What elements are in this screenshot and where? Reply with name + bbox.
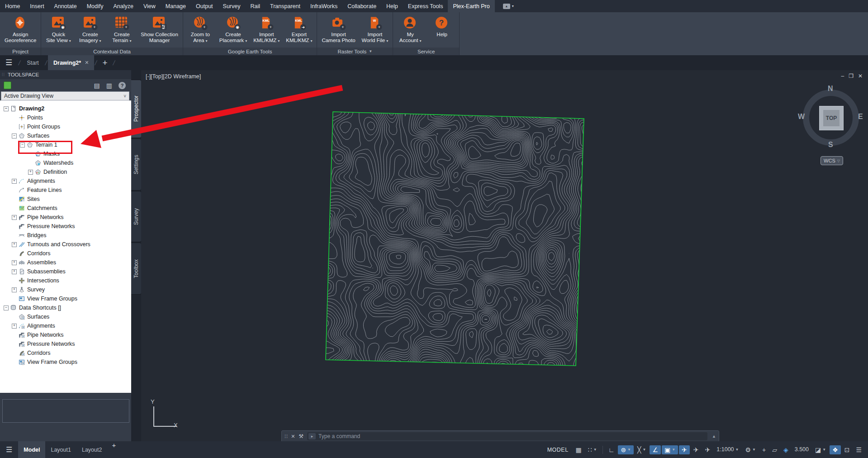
expand-icon[interactable]: +	[12, 242, 17, 247]
ribbon-tab-modify[interactable]: Modify	[82, 0, 109, 12]
terrain-surface-drawing[interactable]	[141, 70, 868, 441]
ribbon-tab-rail[interactable]: Rail	[245, 0, 265, 12]
tree-item-subassemblies[interactable]: +Subassemblies	[0, 267, 131, 276]
collapse-icon[interactable]: −	[4, 106, 9, 111]
model-space-badge[interactable]: MODEL	[544, 445, 572, 455]
tree-item-turnouts-and-crossovers[interactable]: +Turnouts and Crossovers	[0, 240, 131, 249]
viewport-controls-label[interactable]: [-][Top][2D Wireframe]	[146, 73, 201, 80]
ribbon-tab-help[interactable]: Help	[381, 0, 403, 12]
import-camera-photo-button[interactable]: +ImportCamera Photo	[318, 13, 358, 48]
ribbon-tab-transparent[interactable]: Transparent	[265, 0, 305, 12]
drawing-canvas[interactable]: [-][Top][2D Wireframe] – ❐ ✕ N S W E TOP…	[141, 70, 868, 441]
tree-item-surfaces[interactable]: −Surfaces	[0, 131, 131, 140]
minimize-icon[interactable]: –	[841, 73, 844, 79]
status-snap-mode[interactable]: ∷▼	[585, 445, 600, 454]
help-icon[interactable]: ?	[119, 82, 126, 89]
tree-item-points[interactable]: Points	[0, 113, 131, 122]
status-clean-screen[interactable]: ⊡	[842, 445, 853, 454]
expand-icon[interactable]: +	[12, 324, 17, 329]
tree-item-bridges[interactable]: Bridges	[0, 231, 131, 240]
expand-icon[interactable]: +	[12, 260, 17, 265]
command-close-icon[interactable]: ✕	[291, 434, 295, 439]
expand-icon[interactable]: +	[28, 170, 33, 175]
tree-item-point-groups[interactable]: Point Groups	[0, 122, 131, 131]
status-object-snap[interactable]: ▣▼	[662, 445, 678, 454]
ribbon-tab-plex-earth-pro[interactable]: Plex-Earth Pro	[448, 0, 494, 12]
command-grip-icon[interactable]: ⁞⁞	[285, 434, 288, 439]
ribbon-tab-view[interactable]: View	[138, 0, 161, 12]
tree-item-surfaces[interactable]: Surfaces	[0, 312, 131, 321]
import-world-file-button[interactable]: W+ImportWorld File▾	[359, 13, 392, 48]
layout-tab-layout1[interactable]: Layout1	[45, 441, 76, 458]
toolspace-header[interactable]: ⁞⁞ TOOLSPACE	[0, 70, 131, 79]
ribbon-tab-annotate[interactable]: Annotate	[49, 0, 82, 12]
import-kml-kmz-button[interactable]: KML+ImportKML/KMZ▾	[250, 13, 283, 48]
status-layer-stack[interactable]: ◈	[781, 445, 791, 454]
tree-item-pressure-networks[interactable]: Pressure Networks	[0, 222, 131, 231]
file-tab-drawing2[interactable]: Drawing2*✕	[48, 55, 94, 70]
status-annotation-visibility[interactable]: ◪▼	[812, 445, 829, 454]
my-account-button[interactable]: MyAccount▾	[394, 13, 426, 48]
viewcube-north[interactable]: N	[828, 85, 833, 93]
expand-icon[interactable]: +	[12, 215, 17, 220]
tree-item-view-frame-groups[interactable]: View Frame Groups	[0, 294, 131, 303]
tree-item-intersections[interactable]: Intersections	[0, 276, 131, 285]
tree-item-pipe-networks[interactable]: Pipe Networks	[0, 330, 131, 339]
ribbon-tab-infraworks[interactable]: InfraWorks	[305, 0, 342, 12]
help-button[interactable]: ?Help	[426, 13, 458, 48]
show-collection-manager-button[interactable]: Show CollectionManager	[138, 13, 181, 48]
status-autotrack-1[interactable]: ✈	[679, 445, 690, 454]
collapse-icon[interactable]: −	[12, 134, 17, 138]
side-tab-prospector[interactable]: Prospector	[131, 80, 142, 138]
tree-item-pressure-networks[interactable]: Pressure Networks	[0, 339, 131, 348]
status-dynamic-input[interactable]: ∠	[650, 445, 661, 454]
status-hardware-acceleration[interactable]: ❖	[830, 445, 841, 454]
ribbon-tab-collaborate[interactable]: Collaborate	[342, 0, 381, 12]
command-customize-icon[interactable]: ⚒	[299, 433, 304, 439]
status-autotrack-3[interactable]: ✈	[702, 445, 713, 454]
ribbon-display-toggle[interactable]: ▴▾	[499, 0, 517, 12]
create-placemark-button[interactable]: ◉CreatePlacemark▾	[216, 13, 250, 48]
status-isolate-objects[interactable]: ▱	[769, 445, 780, 454]
ribbon-tab-output[interactable]: Output	[191, 0, 218, 12]
collapse-icon[interactable]: −	[20, 143, 25, 148]
item-view-toggle-icon[interactable]: ▤	[94, 82, 100, 89]
collapse-icon[interactable]: −	[4, 305, 9, 310]
preview-toggle-icon[interactable]: ▥	[106, 82, 112, 89]
palette-grip-icon[interactable]: ⁞⁞	[2, 72, 5, 77]
view-selector-dropdown[interactable]: Active Drawing View ˅	[1, 91, 129, 100]
create-imagery-button[interactable]: +CreateImagery▾	[74, 13, 106, 48]
command-input[interactable]: ▸ Type a command	[307, 432, 707, 440]
tree-item-watersheds[interactable]: Watersheds	[0, 158, 131, 167]
tree-item-pipe-networks[interactable]: +Pipe Networks	[0, 213, 131, 222]
status-annotation-scale[interactable]: 1:1000▼	[714, 445, 741, 454]
side-tab-survey[interactable]: Survey	[131, 191, 142, 242]
file-menu-icon[interactable]: ☰	[0, 58, 18, 67]
tree-item-corridors[interactable]: Corridors	[0, 348, 131, 358]
ribbon-tab-analyze[interactable]: Analyze	[108, 0, 138, 12]
tree-item-definition[interactable]: +Definition	[0, 167, 131, 177]
tree-item-alignments[interactable]: +Alignments	[0, 321, 131, 330]
status-workspace-switching[interactable]: ⚙▼	[742, 445, 758, 454]
side-tab-toolbox[interactable]: Toolbox	[131, 243, 142, 295]
status-autotrack-2[interactable]: ✈	[691, 445, 702, 454]
wcs-dropdown[interactable]: WCS ▽	[821, 156, 843, 165]
layout-tab-model[interactable]: Model	[18, 441, 45, 458]
tree-item-sites[interactable]: Sites	[0, 195, 131, 204]
restore-icon[interactable]: ❐	[849, 73, 854, 79]
new-drawing-button[interactable]: +	[98, 58, 112, 68]
tree-item-view-frame-groups[interactable]: View Frame Groups	[0, 358, 131, 367]
ribbon-tab-home[interactable]: Home	[0, 0, 25, 12]
status-z-elevation[interactable]: 3.500	[792, 445, 811, 454]
tree-item-survey[interactable]: +Survey	[0, 285, 131, 294]
tree-item-feature-lines[interactable]: Feature Lines	[0, 186, 131, 195]
file-tab-start[interactable]: Start	[21, 55, 44, 70]
ribbon-tab-insert[interactable]: Insert	[25, 0, 49, 12]
viewcube-top-face[interactable]: TOP	[819, 106, 844, 130]
tree-item-corridors[interactable]: Corridors	[0, 249, 131, 258]
viewcube-east[interactable]: E	[858, 113, 863, 121]
layout-tab-layout2[interactable]: Layout2	[76, 441, 107, 458]
tree-item-terrain-1[interactable]: −Terrain 1	[0, 140, 131, 149]
ribbon-tab-manage[interactable]: Manage	[161, 0, 191, 12]
tree-item-drawing2[interactable]: −Drawing2	[0, 104, 131, 113]
